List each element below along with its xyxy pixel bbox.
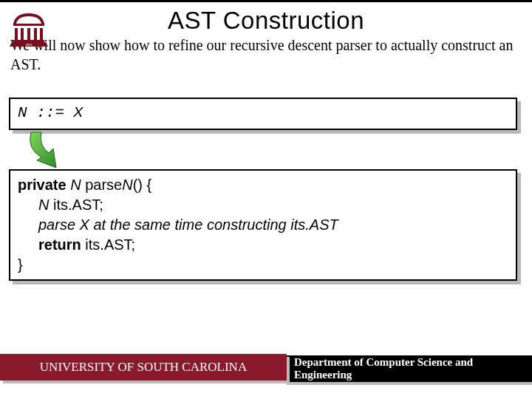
code-line-3: parse X at the same time constructing it…: [38, 215, 508, 235]
code-box: private N parseN() { N its.AST; parse X …: [9, 169, 517, 281]
footer-department: Department of Computer Science and Engin…: [284, 355, 532, 382]
svg-rect-4: [40, 28, 43, 40]
grammar-rule: N ::= X: [18, 104, 83, 121]
page-title: AST Construction: [0, 2, 532, 35]
svg-rect-0: [15, 28, 18, 40]
code-line-4: return its.AST;: [38, 235, 508, 255]
grammar-box: N ::= X: [9, 98, 517, 130]
footer-university: UNIVERSITY OF SOUTH CAROLINA: [0, 354, 287, 381]
footer-bar: UNIVERSITY OF SOUTH CAROLINA Department …: [0, 352, 532, 383]
code-line-5: }: [18, 255, 508, 275]
code-line-2: N its.AST;: [38, 195, 508, 215]
svg-text:1801: 1801: [25, 43, 33, 47]
svg-rect-1: [21, 28, 24, 40]
svg-point-5: [27, 17, 31, 21]
intro-text: We will now show how to refine our recur…: [0, 35, 532, 74]
svg-rect-3: [34, 28, 37, 40]
svg-rect-2: [27, 28, 30, 40]
usc-logo: 1801: [6, 6, 52, 52]
derives-arrow-icon: [27, 131, 71, 171]
code-line-1: private N parseN() {: [18, 175, 508, 195]
